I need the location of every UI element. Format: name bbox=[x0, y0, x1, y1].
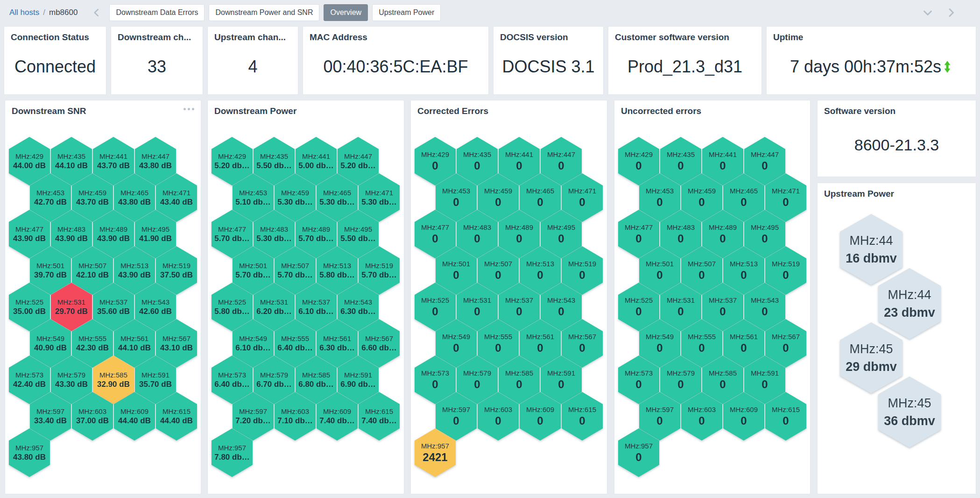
hexagon-uncorrected-errors-609[interactable]: MHz:6090 bbox=[723, 392, 764, 441]
panel-title[interactable]: Uncorrected errors bbox=[621, 106, 701, 116]
panel-menu-icon[interactable] bbox=[183, 108, 194, 110]
hexagon-downstream-power-603[interactable]: MHz:6037.10 db… bbox=[275, 392, 316, 441]
hex-frequency-label: MHz:597 bbox=[442, 406, 470, 413]
hex-value: 42.40 dB bbox=[13, 380, 46, 389]
breadcrumb-all-hosts-link[interactable]: All hosts bbox=[9, 8, 39, 17]
hex-frequency-label: MHz:603 bbox=[688, 406, 716, 413]
panel-connection-status: Connection Status Connected bbox=[4, 26, 106, 95]
panel-title[interactable]: Upstream chan... bbox=[214, 32, 286, 43]
panel-title[interactable]: Customer software version bbox=[615, 32, 729, 43]
hex-frequency-label: MHz:609 bbox=[120, 407, 148, 415]
hex-value: 6.30 db… bbox=[340, 307, 376, 316]
hex-frequency-label: MHz:441 bbox=[505, 150, 533, 158]
hex-frequency-label: MHz:513 bbox=[323, 262, 351, 270]
corrected-errors-honeycomb: MHz:4290MHz:4350MHz:4410MHz:4470MHz:4530… bbox=[411, 137, 607, 494]
panel-title[interactable]: DOCSIS version bbox=[500, 32, 568, 43]
tab-overview[interactable]: Overview bbox=[324, 4, 368, 21]
hex-value: 0 bbox=[516, 378, 522, 391]
panel-title[interactable]: Downstream ch... bbox=[118, 32, 191, 43]
hex-frequency-label: MHz:585 bbox=[99, 371, 127, 379]
hex-frequency-label: MHz:591 bbox=[547, 369, 575, 377]
hex-value: 5.30 db… bbox=[319, 198, 355, 207]
panel-title[interactable]: Corrected Errors bbox=[417, 106, 488, 116]
hex-value: 6.20 db… bbox=[256, 307, 292, 316]
hex-value: 23 dbmv bbox=[884, 306, 935, 320]
hex-frequency-label: MHz:477 bbox=[15, 225, 43, 233]
hex-value: 5.30 db… bbox=[361, 198, 397, 207]
hexagon-downstream-snr-615[interactable]: MHz:61544.40 dB bbox=[156, 392, 197, 441]
hex-frequency-label: MHz:615 bbox=[772, 406, 800, 413]
tab-upstream-power[interactable]: Upstream Power bbox=[372, 4, 441, 21]
hex-value: 29 dbmv bbox=[846, 360, 897, 374]
hexagon-corrected-errors-609[interactable]: MHz:6090 bbox=[520, 392, 561, 441]
hex-frequency-label: MHz:537 bbox=[505, 296, 533, 304]
hex-value: 43.80 dB bbox=[13, 453, 46, 462]
panel-title[interactable]: Software version bbox=[824, 106, 895, 116]
tab-downstream-power-and-snr[interactable]: Downstream Power and SNR bbox=[209, 4, 319, 21]
hex-value: 0 bbox=[719, 305, 726, 318]
hex-value: 5.70 db… bbox=[214, 234, 250, 243]
panel-customer-software-version: Customer software version Prod_21.3_d31 bbox=[608, 26, 762, 95]
hex-frequency-label: MHz:501 bbox=[442, 260, 470, 268]
hex-value: 0 bbox=[558, 378, 564, 391]
hex-frequency-label: MHz:507 bbox=[484, 260, 512, 268]
hexagon-downstream-snr-603[interactable]: MHz:60337.00 dB bbox=[72, 392, 113, 441]
chevron-left-icon[interactable] bbox=[92, 7, 102, 18]
hex-value: 32.90 dB bbox=[97, 380, 130, 389]
hex-value: 0 bbox=[719, 378, 726, 391]
hex-frequency-label: MHz:471 bbox=[162, 189, 190, 197]
panel-title[interactable]: MAC Address bbox=[310, 32, 367, 43]
hex-value: 6.60 db… bbox=[361, 343, 397, 353]
hexagon-upstream-4[interactable]: MHz:4536 dbmv bbox=[878, 377, 941, 448]
hex-frequency-label: MHz:477 bbox=[218, 225, 246, 233]
hex-frequency-label: MHz:957 bbox=[218, 444, 246, 452]
hexagon-downstream-snr-609[interactable]: MHz:60944.40 dB bbox=[114, 392, 155, 441]
tab-downstream-data-errors[interactable]: Downstream Data Errors bbox=[109, 4, 204, 21]
hexagon-uncorrected-errors-615[interactable]: MHz:6150 bbox=[765, 392, 806, 441]
hex-value: 0 bbox=[783, 196, 789, 209]
hex-value: 42.10 dB bbox=[76, 270, 109, 280]
hex-value: 0 bbox=[761, 232, 768, 245]
hex-frequency-label: MHz:429 bbox=[218, 152, 246, 160]
panel-upstream-power: Upstream Power MHz:4416 dbmvMHz:4423 dbm… bbox=[817, 183, 976, 494]
hex-frequency-label: MHz:465 bbox=[730, 187, 758, 195]
hex-frequency-label: MHz:603 bbox=[484, 406, 512, 413]
hex-value: 0 bbox=[474, 232, 480, 245]
hex-value: 5.70 db… bbox=[361, 270, 397, 280]
hexagon-uncorrected-errors-603[interactable]: MHz:6030 bbox=[681, 392, 722, 441]
hexagon-downstream-power-609[interactable]: MHz:6097.40 db… bbox=[317, 392, 358, 441]
panel-downstream-channels: Downstream ch... 33 bbox=[111, 26, 203, 95]
hex-frequency-label: MHz:453 bbox=[646, 187, 674, 195]
hex-value: 6.80 db… bbox=[298, 380, 334, 389]
hex-value: 0 bbox=[719, 159, 726, 172]
hex-frequency-label: MHz:483 bbox=[57, 225, 85, 233]
hexagon-corrected-errors-603[interactable]: MHz:6030 bbox=[478, 392, 519, 441]
hex-value: 0 bbox=[740, 341, 747, 355]
hex-frequency-label: MHz:45 bbox=[849, 342, 893, 356]
hex-frequency-label: MHz:957 bbox=[421, 442, 449, 450]
panel-title[interactable]: Downstream Power bbox=[214, 106, 296, 116]
hexagon-uncorrected-errors-957[interactable]: MHz:9570 bbox=[618, 428, 659, 477]
hex-frequency-label: MHz:579 bbox=[667, 369, 695, 377]
hex-value: 0 bbox=[537, 341, 543, 355]
hex-value: 0 bbox=[579, 414, 585, 427]
panel-title[interactable]: Downstream SNR bbox=[12, 106, 86, 116]
hexagon-downstream-power-615[interactable]: MHz:6157.40 db… bbox=[359, 392, 400, 441]
panel-corrected-errors: Corrected Errors MHz:4290MHz:4350MHz:441… bbox=[410, 100, 607, 494]
hexagon-downstream-snr-957[interactable]: MHz:95743.80 dB bbox=[9, 428, 50, 477]
chevron-right-icon[interactable] bbox=[945, 7, 957, 18]
panel-title[interactable]: Connection Status bbox=[11, 32, 89, 43]
hex-frequency-label: MHz:45 bbox=[888, 396, 931, 411]
hexagon-downstream-power-957[interactable]: MHz:9577.80 db… bbox=[212, 428, 253, 477]
upstream-channels-value: 4 bbox=[208, 57, 298, 77]
hex-frequency-label: MHz:483 bbox=[260, 225, 288, 233]
hex-value: 7.40 db… bbox=[319, 416, 355, 426]
hex-value: 7.10 db… bbox=[277, 416, 313, 426]
panel-title[interactable]: Uptime bbox=[773, 32, 803, 43]
hexagon-corrected-errors-957[interactable]: MHz:9572421 bbox=[415, 428, 456, 477]
hex-frequency-label: MHz:471 bbox=[365, 189, 393, 197]
hexagon-corrected-errors-615[interactable]: MHz:6150 bbox=[562, 392, 603, 441]
hex-frequency-label: MHz:453 bbox=[442, 187, 470, 195]
hex-frequency-label: MHz:573 bbox=[421, 369, 449, 377]
chevron-down-icon[interactable] bbox=[922, 7, 933, 18]
